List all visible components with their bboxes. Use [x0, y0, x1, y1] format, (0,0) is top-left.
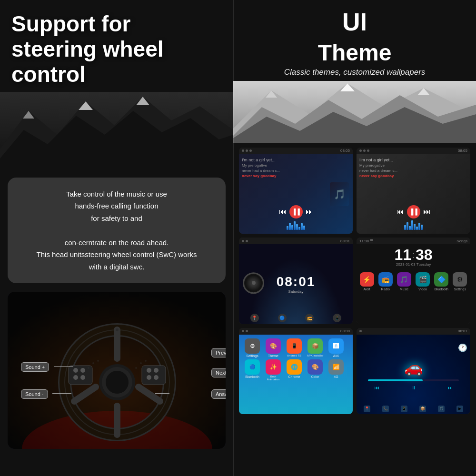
dot — [363, 149, 366, 152]
home-hour: 11 — [394, 247, 411, 262]
next-track-text: Next track — [211, 368, 226, 377]
screen-bar-2: 08:05 — [357, 148, 470, 154]
panel-divider — [233, 0, 234, 476]
ui-title-line2: Theme — [233, 32, 476, 66]
dot — [367, 149, 369, 152]
screenshots-grid: 08:05 I'm not a girl yet... My prerogati… — [233, 143, 476, 419]
dot — [246, 149, 248, 152]
mountain-left — [0, 92, 233, 168]
previous-track-text: Previous track — [211, 348, 226, 357]
dot — [242, 240, 244, 242]
dot — [242, 330, 244, 332]
car-content: 🚗 ⏮ ⏸ ⏭ 📍 📞 📱 📦 🎵 ▶ — [357, 335, 470, 414]
sound-plus-text: Sound + — [21, 362, 49, 372]
screenshot-clock-home: 08:01 08:01 Saturday 📍 🔵 📻 — [239, 238, 353, 324]
clock-content: 08:01 Saturday 📍 🔵 📻 📱 — [239, 244, 353, 324]
sound-minus-text: Sound - — [21, 389, 48, 399]
music-light-content: I'm not a girl yet... My prerogative nev… — [357, 154, 470, 234]
screenshot-music-light: 08:05 I'm not a girl yet... My prerogati… — [357, 148, 470, 234]
screen-bar-6: 08:01 — [357, 328, 470, 335]
home-min: 38 — [416, 247, 433, 262]
main-title: Support for steering wheel control — [0, 0, 233, 87]
screenshot-home: 11:38 ☰ Songs 11 : 38 2023-01-03 Tuesday… — [357, 238, 470, 324]
home-content: 11 : 38 2023-01-03 Tuesday ⚡ Alert 📻 Rad… — [357, 244, 470, 324]
right-panel: UI Theme Classic themes, customized wall… — [233, 0, 476, 476]
play-button-2: ▐▐ — [407, 205, 420, 218]
dot — [242, 149, 244, 152]
dot — [246, 330, 248, 332]
screenshot-music-dark: 08:05 I'm not a girl yet... My prerogati… — [239, 148, 353, 234]
screenshot-car-ui: 08:01 🚗 ⏮ ⏸ ⏭ 📍 📞 📱 — [357, 328, 470, 414]
ui-title-line1: UI — [233, 0, 476, 36]
play-button: ▐▐ — [289, 205, 303, 218]
screen-bar-3: 08:01 — [239, 238, 353, 244]
sw-labels: Sound + Sound - Previous track Next trac… — [8, 292, 226, 449]
dot — [359, 149, 362, 152]
ui-subtitle: Classic themes, customized wallpapers — [233, 68, 476, 77]
clock-time-display: 08:01 — [277, 274, 316, 289]
main-title-text: Support for steering wheel control — [11, 11, 164, 87]
screenshot-app-grid: 08:00 ⚙ Settings 🎨 Theme 📱 Android TS — [239, 328, 353, 414]
screen-bar-1: 08:05 — [239, 148, 353, 154]
dot — [359, 330, 362, 332]
mountain-right — [233, 81, 476, 143]
dot — [249, 149, 252, 152]
screen-bar-4: 11:38 ☰ Songs — [357, 238, 470, 244]
dot — [246, 240, 248, 242]
app-grid-content: ⚙ Settings 🎨 Theme 📱 Android TS 📦 APK in… — [239, 335, 353, 414]
left-panel: Support for steering wheel control Take … — [0, 0, 233, 476]
answer-call-text: Answer the call — [211, 389, 226, 399]
ui-theme-title-block: UI Theme Classic themes, customized wall… — [233, 0, 476, 77]
screen-bar-5: 08:00 — [239, 328, 353, 335]
music-dark-content: I'm not a girl yet... My prerogative nev… — [239, 154, 353, 234]
description-text: Take control of the music or use hands-f… — [19, 188, 214, 273]
steering-wheel-photo: Sound + Sound - Previous track Next trac… — [8, 292, 226, 449]
description-box: Take control of the music or use hands-f… — [8, 178, 226, 284]
